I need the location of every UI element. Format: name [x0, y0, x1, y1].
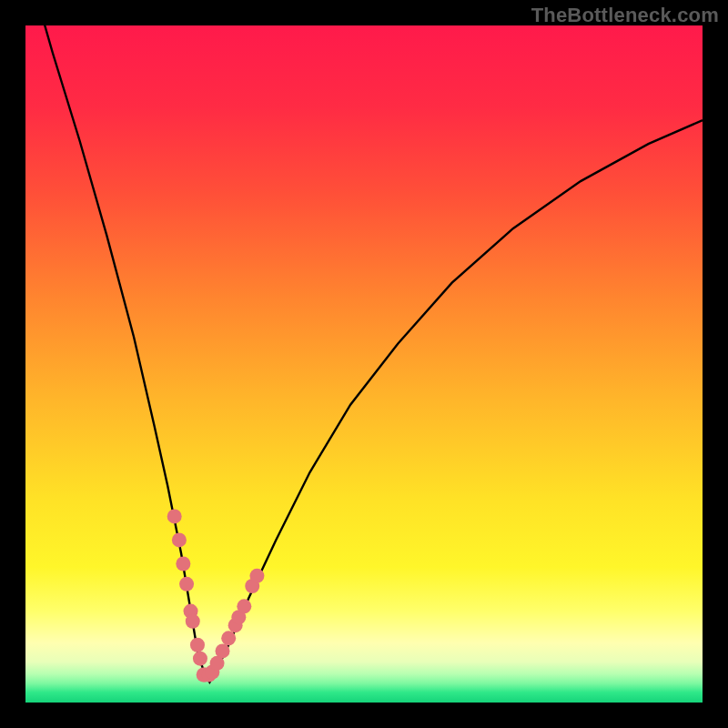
watermark-text: TheBottleneck.com: [531, 4, 719, 27]
chart-svg: [25, 25, 703, 703]
chart-canvas: [25, 25, 703, 703]
highlight-marker: [190, 638, 205, 652]
highlight-marker: [249, 569, 264, 583]
highlight-marker: [172, 532, 187, 547]
highlight-marker: [179, 577, 194, 592]
app-frame: TheBottleneck.com: [0, 0, 728, 728]
highlight-marker: [186, 614, 200, 629]
highlight-marker: [167, 509, 182, 523]
chart-background: [25, 25, 703, 703]
highlight-marker: [216, 643, 230, 658]
highlight-marker: [237, 599, 251, 613]
highlight-marker: [193, 652, 207, 666]
highlight-marker: [221, 631, 236, 645]
highlight-marker: [176, 556, 190, 571]
